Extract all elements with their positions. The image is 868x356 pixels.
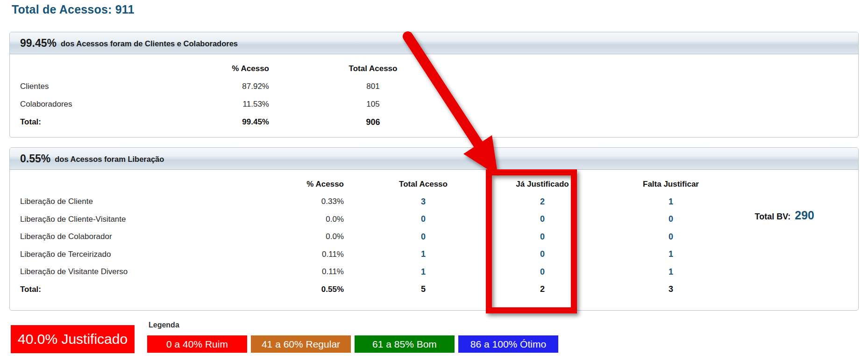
- table-row: Clientes 87.92% 801: [10, 78, 858, 95]
- cell-justificado: 2: [503, 284, 582, 294]
- report-screen: Total de Acessos: 911 99.45% dos Acessos…: [0, 0, 868, 356]
- liberacao-panel: 0.55% dos Acessos foram Liberação % Aces…: [9, 147, 859, 311]
- cell-falta: 1: [582, 267, 760, 277]
- cell-total: 5: [344, 284, 503, 294]
- cell-falta: 3: [582, 284, 760, 294]
- clientes-colaboradores-panel: 99.45% dos Acessos foram de Clientes e C…: [9, 32, 859, 138]
- cell-pct: 0.11%: [221, 267, 344, 276]
- cell-total: 1: [344, 249, 503, 259]
- cell-justificado: 0: [503, 249, 582, 259]
- column-header-total-acesso: Total Acesso: [269, 64, 477, 73]
- total-bv-label: Total BV:: [755, 212, 791, 222]
- total-bv-value: 290: [795, 209, 814, 222]
- row-label: Colaboradores: [10, 100, 183, 109]
- legend-chip-bom: 61 a 85% Bom: [355, 335, 455, 353]
- column-header-pct-acesso: % Acesso: [221, 180, 344, 189]
- table-row: Liberação de Visitante Diverso 0.11% 1 0…: [10, 263, 858, 281]
- cell-justificado: 0: [503, 267, 582, 277]
- cell-total: 1: [344, 267, 503, 277]
- cell-justificado: 0: [503, 214, 582, 224]
- cell-pct: 0.0%: [221, 215, 344, 224]
- panel-caption: dos Acessos foram Liberação: [55, 153, 164, 164]
- cell-falta: 0: [582, 232, 760, 242]
- total-row: Total: 0.55% 5 2 3: [10, 281, 858, 298]
- column-header-ja-justificado: Já Justificado: [503, 180, 582, 189]
- cell-pct: 11.53%: [183, 100, 269, 109]
- panel-caption: dos Acessos foram de Clientes e Colabora…: [61, 38, 238, 48]
- total-bv: Total BV: 290: [755, 209, 814, 222]
- table-row: Liberação de Terceirizado 0.11% 1 0 1: [10, 246, 858, 263]
- cell-pct: 0.33%: [221, 197, 344, 206]
- cell-pct: 99.45%: [183, 117, 269, 127]
- legend-chip-regular: 41 a 60% Regular: [251, 335, 351, 353]
- cell-total: 105: [269, 100, 477, 109]
- cell-justificado: 0: [503, 232, 582, 242]
- table-row: Colaboradores 11.53% 105: [10, 95, 858, 113]
- legend: 0 a 40% Ruim 41 a 60% Regular 61 a 85% B…: [147, 335, 558, 353]
- legend-chip-otimo: 86 a 100% Ótimo: [458, 335, 558, 353]
- cell-falta: 0: [582, 214, 760, 224]
- page-title: Total de Acessos: 911: [12, 3, 135, 16]
- column-header-pct-acesso: % Acesso: [183, 64, 269, 73]
- table-header-row: % Acesso Total Acesso: [10, 60, 858, 78]
- cell-total: 906: [269, 117, 477, 127]
- row-label: Liberação de Terceirizado: [10, 250, 221, 259]
- column-header-falta-justificar: Falta Justificar: [582, 180, 760, 189]
- total-row: Total: 99.45% 906: [10, 113, 858, 131]
- cell-pct: 0.11%: [221, 250, 344, 259]
- panel-body: % Acesso Total Acesso Já Justificado Fal…: [10, 170, 858, 298]
- row-label: Clientes: [10, 82, 183, 91]
- row-label: Total:: [10, 117, 183, 127]
- row-label: Liberação de Cliente: [10, 197, 221, 206]
- row-label: Liberação de Colaborador: [10, 232, 221, 241]
- panel-percent: 99.45%: [20, 37, 57, 50]
- cell-pct: 87.92%: [183, 82, 269, 91]
- row-label: Liberação de Visitante Diverso: [10, 267, 221, 276]
- cell-falta: 1: [582, 197, 760, 207]
- score-badge: 40.0% Justificado: [11, 325, 135, 353]
- legend-title: Legenda: [149, 321, 179, 329]
- cell-pct: 0.0%: [221, 232, 344, 241]
- cell-total: 0: [344, 232, 503, 242]
- cell-pct: 0.55%: [221, 285, 344, 294]
- cell-total: 801: [269, 82, 477, 91]
- row-label: Total:: [10, 285, 221, 294]
- cell-justificado: 2: [503, 197, 582, 207]
- column-header-total-acesso: Total Acesso: [344, 180, 503, 189]
- table-row: Liberação de Cliente 0.33% 3 2 1: [10, 193, 858, 211]
- panel-header: 0.55% dos Acessos foram Liberação: [10, 148, 858, 170]
- cell-total: 0: [344, 214, 503, 224]
- table-row: Liberação de Cliente-Visitante 0.0% 0 0 …: [10, 211, 858, 228]
- table-header-row: % Acesso Total Acesso Já Justificado Fal…: [10, 175, 858, 193]
- panel-header: 99.45% dos Acessos foram de Clientes e C…: [10, 32, 858, 54]
- cell-total: 3: [344, 197, 503, 207]
- table-row: Liberação de Colaborador 0.0% 0 0 0: [10, 228, 858, 246]
- cell-falta: 1: [582, 249, 760, 259]
- panel-body: % Acesso Total Acesso Clientes 87.92% 80…: [10, 54, 858, 131]
- row-label: Liberação de Cliente-Visitante: [10, 215, 221, 224]
- panel-percent: 0.55%: [20, 153, 50, 165]
- legend-chip-ruim: 0 a 40% Ruim: [147, 335, 247, 353]
